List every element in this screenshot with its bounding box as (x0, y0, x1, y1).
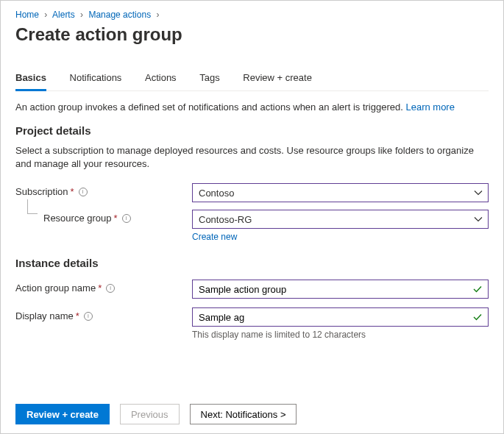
info-icon[interactable]: i (106, 284, 115, 293)
resource-group-select[interactable]: Contoso-RG (192, 210, 489, 229)
review-create-button[interactable]: Review + create (15, 404, 110, 424)
required-indicator: * (76, 310, 79, 321)
tab-tags[interactable]: Tags (199, 68, 219, 91)
previous-button: Previous (120, 404, 180, 424)
info-icon[interactable]: i (84, 312, 93, 321)
project-details-heading: Project details (15, 124, 489, 137)
info-icon[interactable]: i (122, 214, 131, 223)
tab-basics[interactable]: Basics (15, 68, 46, 91)
instance-details-heading: Instance details (15, 257, 489, 269)
tree-connector-icon (27, 199, 38, 214)
tab-review-create[interactable]: Review + create (243, 68, 312, 91)
action-group-name-label-text: Action group name (15, 282, 96, 294)
intro-description: An action group invokes a defined set of… (15, 102, 403, 113)
required-indicator: * (71, 186, 74, 197)
subscription-value: Contoso (199, 188, 234, 199)
resource-group-label: Resource group * i (15, 210, 192, 224)
action-group-name-label: Action group name * i (15, 280, 192, 294)
breadcrumb: Home › Alerts › Manage actions › (15, 10, 489, 20)
project-details-desc: Select a subscription to manage deployed… (15, 144, 489, 170)
footer: Review + create Previous Next: Notificat… (1, 395, 503, 433)
breadcrumb-manage-actions[interactable]: Manage actions (88, 10, 151, 20)
info-icon[interactable]: i (79, 188, 88, 196)
display-name-hint: This display name is limited to 12 chara… (192, 330, 489, 340)
learn-more-link[interactable]: Learn more (405, 102, 454, 113)
display-name-label: Display name * i (15, 307, 192, 321)
breadcrumb-home[interactable]: Home (15, 10, 39, 20)
chevron-right-icon: › (80, 10, 83, 20)
tab-notifications[interactable]: Notifications (70, 68, 122, 91)
resource-group-value: Contoso-RG (199, 214, 252, 225)
subscription-label-text: Subscription (15, 186, 68, 197)
tab-actions[interactable]: Actions (145, 68, 177, 91)
tabs: Basics Notifications Actions Tags Review… (15, 67, 489, 91)
action-group-name-input[interactable] (192, 280, 489, 299)
subscription-label: Subscription * i (15, 183, 192, 197)
resource-group-label-text: Resource group (43, 213, 112, 224)
chevron-right-icon: › (156, 10, 159, 20)
intro-text: An action group invokes a defined set of… (15, 102, 489, 113)
subscription-select[interactable]: Contoso (192, 183, 489, 202)
page-title: Create action group (15, 24, 489, 45)
chevron-right-icon: › (44, 10, 47, 20)
create-new-link[interactable]: Create new (192, 232, 489, 242)
required-indicator: * (98, 282, 102, 294)
required-indicator: * (114, 213, 118, 224)
display-name-input[interactable] (192, 307, 489, 327)
next-button[interactable]: Next: Notifications > (190, 404, 297, 424)
breadcrumb-alerts[interactable]: Alerts (52, 10, 75, 20)
display-name-label-text: Display name (15, 310, 74, 321)
